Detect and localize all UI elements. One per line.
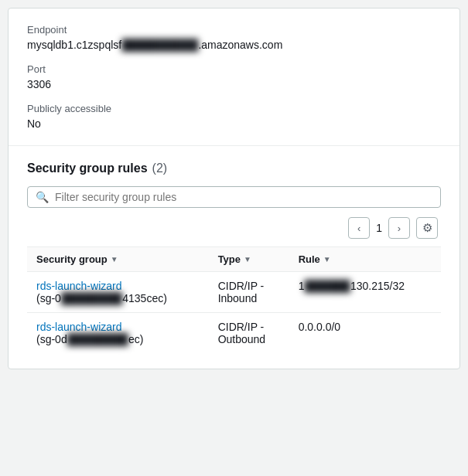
section-count-badge: (2): [152, 162, 168, 175]
row1-type: CIDR/IP - Inbound: [209, 272, 289, 313]
row1-type-line2: Inbound: [218, 292, 258, 304]
row1-rule-prefix: 1: [299, 280, 305, 292]
col-security-group: Security group ▼: [27, 247, 209, 272]
next-page-button[interactable]: ›: [388, 217, 410, 239]
search-bar[interactable]: 🔍: [27, 186, 441, 208]
row1-security-group: rds-launch-wizard (sg-0████████4135cec): [27, 272, 209, 313]
row1-sg-name-link[interactable]: rds-launch-wizard: [36, 280, 200, 292]
publicly-accessible-field: Publicly accessible No: [27, 103, 441, 130]
row1-sg-id: (sg-0████████4135cec): [36, 292, 167, 304]
port-value: 3306: [27, 78, 441, 90]
security-group-rules-table: Security group ▼ Type ▼ Rule ▼: [27, 246, 441, 353]
sort-icon-rule: ▼: [323, 255, 331, 264]
col-type: Type ▼: [209, 247, 289, 272]
row1-type-line1: CIDR/IP -: [218, 280, 265, 292]
row2-type-line1: CIDR/IP -: [218, 321, 265, 333]
main-card: Endpoint mysqldb1.c1zspqlsf██████████.am…: [8, 8, 460, 369]
publicly-accessible-label: Publicly accessible: [27, 103, 441, 114]
endpoint-section: Endpoint mysqldb1.c1zspqlsf██████████.am…: [9, 8, 459, 146]
row2-sg-id: (sg-0d████████ec): [36, 333, 144, 345]
endpoint-label: Endpoint: [27, 24, 441, 36]
col-rule: Rule ▼: [289, 247, 441, 272]
row2-sg-name-link[interactable]: rds-launch-wizard: [36, 321, 200, 333]
table-body: rds-launch-wizard (sg-0████████4135cec) …: [27, 272, 441, 354]
row2-rule: 0.0.0.0/0: [289, 313, 441, 354]
publicly-accessible-value: No: [27, 117, 441, 130]
prev-page-button[interactable]: ‹: [348, 217, 370, 239]
row1-rule: 1██████130.215/32: [289, 272, 441, 313]
endpoint-field: Endpoint mysqldb1.c1zspqlsf██████████.am…: [27, 24, 441, 51]
sort-icon-security-group: ▼: [111, 255, 118, 264]
port-field: Port 3306: [27, 63, 441, 90]
table-row: rds-launch-wizard (sg-0████████4135cec) …: [27, 272, 441, 313]
row2-type-line2: Outbound: [218, 333, 266, 345]
row2-rule-value: 0.0.0.0/0: [299, 321, 341, 333]
section-title-text: Security group rules: [27, 162, 148, 175]
row1-sg-id-prefix: (sg-0: [36, 292, 61, 304]
port-label: Port: [27, 63, 441, 75]
row2-type: CIDR/IP - Outbound: [209, 313, 289, 354]
endpoint-redacted: ██████████: [121, 39, 198, 51]
row2-sg-id-prefix: (sg-0d: [36, 333, 67, 345]
section-title: Security group rules (2): [27, 162, 441, 175]
endpoint-prefix: mysqldb1.c1zspqlsf: [27, 39, 121, 51]
table-header: Security group ▼ Type ▼ Rule ▼: [27, 247, 441, 272]
page-number: 1: [376, 222, 382, 234]
row1-rule-redacted: ██████: [304, 280, 350, 292]
search-icon: 🔍: [36, 191, 49, 203]
row1-sg-id-redacted: ████████: [61, 292, 122, 304]
row2-security-group: rds-launch-wizard (sg-0d████████ec): [27, 313, 209, 354]
row2-sg-id-redacted: ████████: [67, 333, 128, 345]
sort-icon-type: ▼: [244, 255, 251, 264]
security-group-rules-section: Security group rules (2) 🔍 ‹ 1 › ⚙ Secur…: [9, 146, 459, 369]
row1-sg-id-suffix: 4135cec): [122, 292, 167, 304]
row1-rule-suffix: 130.215/32: [350, 280, 405, 292]
table-row: rds-launch-wizard (sg-0d████████ec) CIDR…: [27, 313, 441, 354]
row2-sg-id-suffix: ec): [128, 333, 143, 345]
settings-button[interactable]: ⚙: [416, 217, 438, 239]
pagination-row: ‹ 1 › ⚙: [27, 217, 441, 239]
endpoint-value: mysqldb1.c1zspqlsf██████████.amazonaws.c…: [27, 39, 441, 51]
endpoint-suffix: .amazonaws.com: [198, 39, 282, 51]
search-input[interactable]: [55, 191, 432, 203]
